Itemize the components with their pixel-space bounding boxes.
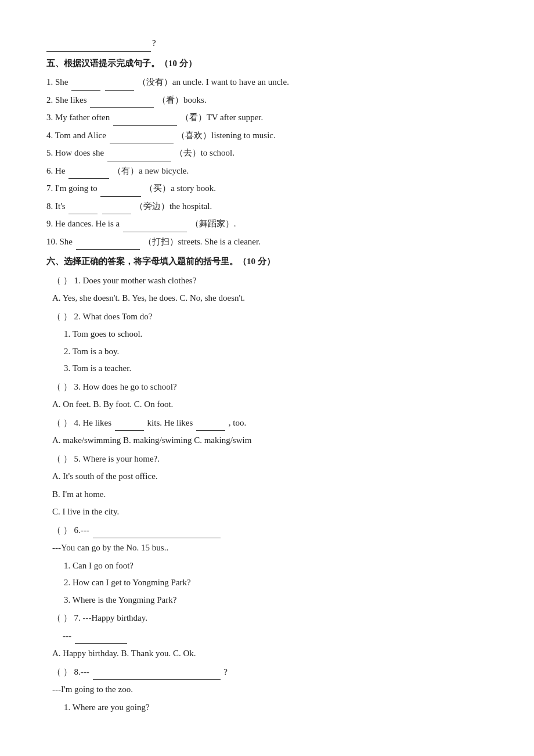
section5-q8: 8. It's （旁边）the hospital. <box>46 198 488 215</box>
choice-q1: （ ） 1. Does your mother wash clothes? A.… <box>46 272 488 307</box>
paren-q2[interactable]: （ ） <box>52 312 72 321</box>
section5: 五、根据汉语提示完成句子。（10 分） 1. She （没有）an uncle.… <box>46 55 488 250</box>
options-q7: A. Happy birthday. B. Thank you. C. Ok. <box>46 645 488 662</box>
paren-q7[interactable]: （ ） <box>52 613 72 622</box>
section6: 六、选择正确的答案，将字母填入题前的括号里。（10 分） （ ） 1. Does… <box>46 253 488 715</box>
q8-response: ---I'm going to the zoo. <box>46 681 488 698</box>
q10-blank[interactable] <box>76 240 140 250</box>
choice-q6: （ ） 6.--- ---You can go by the No. 15 bu… <box>46 522 488 609</box>
section5-q1: 1. She （没有）an uncle. I want to have an u… <box>46 74 488 91</box>
q7-blank[interactable] <box>100 188 141 197</box>
q6-response: ---You can go by the No. 15 bus.. <box>46 539 488 556</box>
section6-title: 六、选择正确的答案，将字母填入题前的括号里。（10 分） <box>46 253 488 270</box>
q7-response: --- <box>46 628 488 645</box>
q6-answer-blank[interactable] <box>93 529 221 538</box>
choice-q8: （ ） 8.--- ? ---I'm going to the zoo. 1. … <box>46 664 488 716</box>
paren-q5[interactable]: （ ） <box>52 454 72 463</box>
choice-q7: （ ） 7. ---Happy birthday. --- A. Happy b… <box>46 610 488 662</box>
section5-q4: 4. Tom and Alice （喜欢）listening to music. <box>46 127 488 144</box>
q4-blank[interactable] <box>110 134 174 143</box>
choice-q4: （ ） 4. He likes kits. He likes , too. A.… <box>46 415 488 449</box>
q7-answer-blank[interactable] <box>75 635 127 644</box>
q8-answer-blank[interactable] <box>93 671 221 680</box>
q1-blank1[interactable] <box>71 81 100 91</box>
q1-blank2[interactable] <box>105 81 134 91</box>
q3-blank[interactable] <box>113 117 177 126</box>
section5-q10: 10. She （打扫）streets. She is a cleaner. <box>46 233 488 250</box>
exam-page: ? 五、根据汉语提示完成句子。（10 分） 1. She （没有）an uncl… <box>46 35 488 715</box>
choice-q6-sub3: 3. Where is the Yongming Park? <box>46 592 488 609</box>
q4-blank2-s6[interactable] <box>196 422 225 431</box>
choice-q2: （ ） 2. What does Tom do? 1. Tom goes to … <box>46 308 488 377</box>
q8-blank2[interactable] <box>102 205 131 214</box>
options-q1: A. Yes, she doesn't. B. Yes, he does. C.… <box>46 290 488 307</box>
section5-q2: 2. She likes （看）books. <box>46 92 488 109</box>
choice-q2-sub1: 1. Tom goes to school. <box>46 326 488 343</box>
paren-q6[interactable]: （ ） <box>52 525 72 535</box>
section5-title: 五、根据汉语提示完成句子。（10 分） <box>46 55 488 72</box>
options-q5b: B. I'm at home. <box>46 486 488 503</box>
options-q5a: A. It's south of the post office. <box>46 468 488 485</box>
options-q3: A. On feet. B. By foot. C. On foot. <box>46 396 488 413</box>
section5-q3: 3. My father often （看）TV after supper. <box>46 109 488 126</box>
section5-q6: 6. He （有）a new bicycle. <box>46 163 488 179</box>
choice-q3: （ ） 3. How does he go to school? A. On f… <box>46 379 488 413</box>
paren-q1[interactable]: （ ） <box>52 276 72 285</box>
options-q4: A. make/swimming B. making/swiming C. ma… <box>46 432 488 449</box>
choice-q2-sub3: 3. Tom is a teacher. <box>46 360 488 377</box>
choice-q6-sub2: 2. How can I get to Yongming Park? <box>46 574 488 591</box>
choice-q2-sub2: 2. Tom is a boy. <box>46 343 488 360</box>
paren-q4[interactable]: （ ） <box>52 418 72 427</box>
section5-q5: 5. How does she （去）to school. <box>46 145 488 161</box>
paren-q3[interactable]: （ ） <box>52 382 72 391</box>
q8-blank1[interactable] <box>68 205 98 214</box>
top-question-line: ? <box>46 35 488 52</box>
paren-q8[interactable]: （ ） <box>52 667 72 676</box>
q5-blank[interactable] <box>107 152 171 161</box>
top-question-mark: ? <box>152 35 156 52</box>
choice-q5: （ ） 5. Where is your home?. A. It's sout… <box>46 451 488 520</box>
options-q5c: C. I live in the city. <box>46 503 488 520</box>
section5-q9: 9. He dances. He is a （舞蹈家）. <box>46 215 488 232</box>
choice-q6-sub1: 1. Can I go on foot? <box>46 557 488 574</box>
q4-blank1-s6[interactable] <box>115 422 144 431</box>
section5-q7: 7. I'm going to （买）a story book. <box>46 180 488 197</box>
top-blank <box>46 41 151 52</box>
q2-blank[interactable] <box>90 99 154 108</box>
q9-blank[interactable] <box>123 223 187 232</box>
q6-blank[interactable] <box>68 170 109 179</box>
choice-q8-sub1: 1. Where are you going? <box>46 699 488 716</box>
